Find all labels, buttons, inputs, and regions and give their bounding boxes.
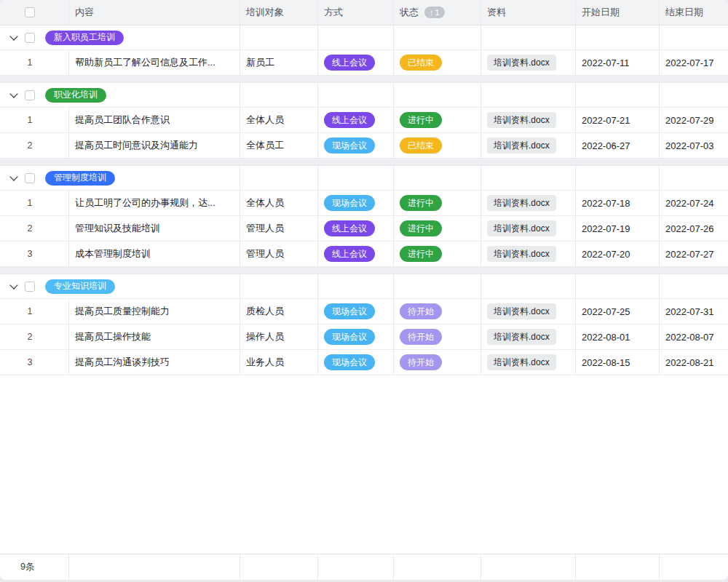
cell-target[interactable]: 全体人员 bbox=[240, 108, 318, 132]
cell-start-date[interactable]: 2022-07-25 bbox=[576, 299, 660, 324]
cell-material[interactable]: 培训资料.docx bbox=[481, 324, 576, 349]
cell-content[interactable]: 提高员工操作技能 bbox=[69, 324, 240, 349]
file-chip[interactable]: 培训资料.docx bbox=[487, 303, 556, 319]
cell-status[interactable]: 待开始 bbox=[394, 324, 481, 349]
cell-method[interactable]: 线上会议 bbox=[318, 50, 394, 75]
table-row[interactable]: 1 让员工明了公司的办事规则，达... 全体人员 现场会议 进行中 培训资料.d… bbox=[0, 191, 728, 216]
cell-material[interactable]: 培训资料.docx bbox=[481, 108, 576, 132]
cell-target[interactable]: 全体员工 bbox=[240, 133, 318, 158]
file-chip[interactable]: 培训资料.docx bbox=[487, 354, 556, 370]
cell-start-date[interactable]: 2022-08-01 bbox=[576, 324, 660, 349]
group-checkbox[interactable] bbox=[25, 90, 35, 100]
cell-content[interactable]: 提高员工沟通谈判技巧 bbox=[69, 350, 240, 375]
cell-material[interactable]: 培训资料.docx bbox=[481, 216, 576, 241]
cell-content[interactable]: 帮助新员工了解公司信息及工作... bbox=[69, 50, 240, 75]
file-chip[interactable]: 培训资料.docx bbox=[487, 195, 556, 211]
file-chip[interactable]: 培训资料.docx bbox=[487, 137, 556, 154]
table-row[interactable]: 3 成本管理制度培训 管理人员 线上会议 进行中 培训资料.docx 2022-… bbox=[0, 242, 728, 267]
cell-method[interactable]: 现场会议 bbox=[318, 133, 394, 158]
cell-content[interactable]: 管理知识及技能培训 bbox=[69, 216, 240, 241]
collapse-chevron-icon[interactable] bbox=[8, 89, 20, 101]
cell-content[interactable]: 提高员工时间意识及沟通能力 bbox=[69, 133, 240, 158]
cell-status[interactable]: 已结束 bbox=[394, 133, 481, 158]
group-header-row[interactable]: 专业知识培训 bbox=[0, 274, 728, 299]
group-checkbox[interactable] bbox=[25, 173, 35, 183]
cell-target[interactable]: 全体人员 bbox=[240, 191, 318, 215]
group-header-row[interactable]: 新入职员工培训 bbox=[0, 25, 728, 50]
cell-material[interactable]: 培训资料.docx bbox=[481, 133, 576, 158]
column-header-start-date[interactable]: 开始日期 bbox=[576, 0, 660, 25]
cell-start-date[interactable]: 2022-08-15 bbox=[576, 350, 660, 375]
cell-status[interactable]: 进行中 bbox=[394, 191, 481, 215]
cell-start-date[interactable]: 2022-07-21 bbox=[576, 108, 660, 132]
cell-material[interactable]: 培训资料.docx bbox=[481, 350, 576, 375]
collapse-chevron-icon[interactable] bbox=[8, 32, 20, 44]
group-name-badge[interactable]: 管理制度培训 bbox=[45, 171, 115, 186]
cell-material[interactable]: 培训资料.docx bbox=[481, 299, 576, 324]
table-row[interactable]: 1 帮助新员工了解公司信息及工作... 新员工 线上会议 已结束 培训资料.do… bbox=[0, 50, 728, 76]
cell-target[interactable]: 业务人员 bbox=[240, 350, 318, 375]
cell-end-date[interactable]: 2022-07-29 bbox=[660, 108, 728, 132]
cell-start-date[interactable]: 2022-07-20 bbox=[576, 242, 660, 266]
cell-status[interactable]: 待开始 bbox=[394, 350, 481, 375]
cell-end-date[interactable]: 2022-07-17 bbox=[660, 50, 728, 75]
select-all-checkbox[interactable] bbox=[25, 7, 35, 17]
cell-material[interactable]: 培训资料.docx bbox=[481, 191, 576, 215]
cell-start-date[interactable]: 2022-07-19 bbox=[576, 216, 660, 241]
cell-method[interactable]: 现场会议 bbox=[318, 324, 394, 349]
file-chip[interactable]: 培训资料.docx bbox=[487, 55, 556, 71]
file-chip[interactable]: 培训资料.docx bbox=[487, 329, 556, 345]
cell-status[interactable]: 已结束 bbox=[394, 50, 481, 75]
cell-target[interactable]: 管理人员 bbox=[240, 216, 318, 241]
table-row[interactable]: 1 提高员工质量控制能力 质检人员 现场会议 待开始 培训资料.docx 202… bbox=[0, 299, 728, 324]
cell-method[interactable]: 线上会议 bbox=[318, 108, 394, 132]
column-header-end-date[interactable]: 结束日期 bbox=[660, 0, 728, 25]
cell-content[interactable]: 成本管理制度培训 bbox=[69, 242, 240, 266]
cell-start-date[interactable]: 2022-07-18 bbox=[576, 191, 660, 215]
table-row[interactable]: 2 提高员工时间意识及沟通能力 全体员工 现场会议 已结束 培训资料.docx … bbox=[0, 133, 728, 159]
cell-method[interactable]: 线上会议 bbox=[318, 242, 394, 266]
cell-status[interactable]: 进行中 bbox=[394, 108, 481, 132]
cell-material[interactable]: 培训资料.docx bbox=[481, 242, 576, 266]
cell-status[interactable]: 进行中 bbox=[394, 216, 481, 241]
cell-method[interactable]: 线上会议 bbox=[318, 216, 394, 241]
file-chip[interactable]: 培训资料.docx bbox=[487, 246, 556, 262]
column-header-content[interactable]: 内容 bbox=[69, 0, 240, 25]
column-header-material[interactable]: 资料 bbox=[481, 0, 576, 25]
group-name-badge[interactable]: 专业知识培训 bbox=[45, 279, 115, 294]
cell-material[interactable]: 培训资料.docx bbox=[481, 50, 576, 75]
column-header-method[interactable]: 方式 bbox=[318, 0, 394, 25]
table-row[interactable]: 3 提高员工沟通谈判技巧 业务人员 现场会议 待开始 培训资料.docx 202… bbox=[0, 350, 728, 375]
cell-target[interactable]: 新员工 bbox=[240, 50, 318, 75]
cell-end-date[interactable]: 2022-07-03 bbox=[660, 133, 728, 158]
file-chip[interactable]: 培训资料.docx bbox=[487, 112, 556, 128]
file-chip[interactable]: 培训资料.docx bbox=[487, 220, 556, 236]
cell-target[interactable]: 管理人员 bbox=[240, 242, 318, 266]
cell-status[interactable]: 进行中 bbox=[394, 242, 481, 266]
group-name-badge[interactable]: 职业化培训 bbox=[45, 88, 106, 103]
sort-badge[interactable]: ↑ 1 bbox=[424, 7, 445, 18]
cell-start-date[interactable]: 2022-07-11 bbox=[576, 50, 660, 75]
group-header-row[interactable]: 职业化培训 bbox=[0, 83, 728, 108]
table-row[interactable]: 2 管理知识及技能培训 管理人员 线上会议 进行中 培训资料.docx 2022… bbox=[0, 216, 728, 242]
cell-method[interactable]: 现场会议 bbox=[318, 191, 394, 215]
collapse-chevron-icon[interactable] bbox=[8, 172, 20, 184]
cell-content[interactable]: 提高员工质量控制能力 bbox=[69, 299, 240, 324]
cell-end-date[interactable]: 2022-07-31 bbox=[660, 299, 728, 324]
cell-end-date[interactable]: 2022-08-21 bbox=[660, 350, 728, 375]
cell-end-date[interactable]: 2022-07-24 bbox=[660, 191, 728, 215]
group-checkbox[interactable] bbox=[25, 282, 35, 292]
cell-content[interactable]: 让员工明了公司的办事规则，达... bbox=[69, 191, 240, 215]
group-header-row[interactable]: 管理制度培训 bbox=[0, 166, 728, 191]
column-header-status[interactable]: 状态 ↑ 1 bbox=[394, 0, 481, 25]
group-checkbox[interactable] bbox=[25, 33, 35, 43]
cell-target[interactable]: 操作人员 bbox=[240, 324, 318, 349]
cell-end-date[interactable]: 2022-07-27 bbox=[660, 242, 728, 266]
cell-end-date[interactable]: 2022-08-07 bbox=[660, 324, 728, 349]
cell-target[interactable]: 质检人员 bbox=[240, 299, 318, 324]
table-row[interactable]: 1 提高员工团队合作意识 全体人员 线上会议 进行中 培训资料.docx 202… bbox=[0, 108, 728, 133]
cell-method[interactable]: 现场会议 bbox=[318, 299, 394, 324]
table-row[interactable]: 2 提高员工操作技能 操作人员 现场会议 待开始 培训资料.docx 2022-… bbox=[0, 324, 728, 350]
cell-start-date[interactable]: 2022-06-27 bbox=[576, 133, 660, 158]
cell-status[interactable]: 待开始 bbox=[394, 299, 481, 324]
